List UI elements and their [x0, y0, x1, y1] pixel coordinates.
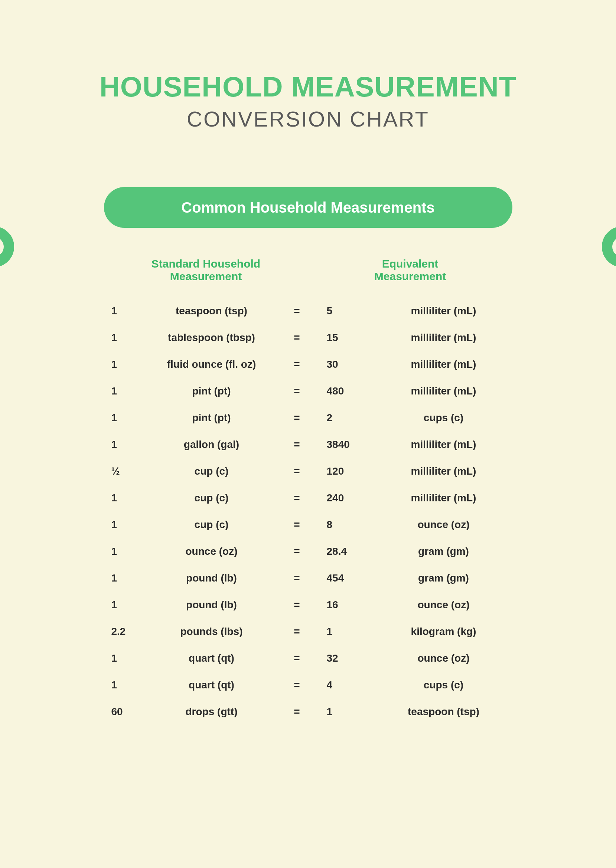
cell-qty-a: 1	[104, 545, 149, 558]
cell-unit-b: gram (gm)	[375, 545, 512, 558]
cell-equals: =	[275, 305, 319, 317]
cell-qty-b: 28.4	[319, 545, 375, 558]
cell-unit-b: gram (gm)	[375, 572, 512, 584]
table-row: 1pound (lb)=454gram (gm)	[104, 565, 512, 592]
cell-qty-a: 2.2	[104, 626, 149, 638]
cell-qty-a: 1	[104, 412, 149, 424]
cell-qty-a: 1	[104, 599, 149, 611]
cell-unit-a: teaspoon (tsp)	[149, 305, 275, 317]
cell-unit-a: cup (c)	[149, 465, 275, 477]
cell-qty-a: 1	[104, 332, 149, 344]
cell-unit-b: milliliter (mL)	[375, 385, 512, 397]
cell-qty-a: 1	[104, 439, 149, 451]
cell-unit-a: pint (pt)	[149, 385, 275, 397]
cell-unit-a: pounds (lbs)	[149, 626, 275, 638]
cell-qty-b: 2	[319, 412, 375, 424]
title-block: HOUSEHOLD MEASUREMENT CONVERSION CHART	[0, 0, 616, 132]
cell-qty-b: 3840	[319, 439, 375, 451]
cell-unit-a: quart (qt)	[149, 679, 275, 691]
cell-qty-a: 1	[104, 359, 149, 370]
cell-unit-a: quart (qt)	[149, 652, 275, 664]
cell-qty-b: 240	[319, 492, 375, 504]
cell-qty-b: 1	[319, 626, 375, 638]
table-row: 1pound (lb)=16ounce (oz)	[104, 592, 512, 618]
cell-qty-a: 1	[104, 305, 149, 317]
cell-qty-b: 4	[319, 679, 375, 691]
cell-unit-a: pound (lb)	[149, 599, 275, 611]
cell-unit-a: tablespoon (tbsp)	[149, 332, 275, 344]
table-row: 1cup (c)=240milliliter (mL)	[104, 485, 512, 511]
conversion-table: 1teaspoon (tsp)=5milliliter (mL)1tablesp…	[104, 298, 512, 725]
table-row: 1cup (c)=8ounce (oz)	[104, 511, 512, 538]
table-row: 1fluid ounce (fl. oz)=30milliliter (mL)	[104, 351, 512, 378]
cell-qty-b: 16	[319, 599, 375, 611]
cell-equals: =	[275, 439, 319, 451]
table-row: 1tablespoon (tbsp)=15milliliter (mL)	[104, 324, 512, 351]
cell-unit-a: pint (pt)	[149, 412, 275, 424]
cell-unit-a: ounce (oz)	[149, 545, 275, 558]
cell-qty-a: 1	[104, 572, 149, 584]
cell-qty-a: 60	[104, 706, 149, 718]
column-header-left: Standard Household Measurement	[104, 257, 308, 283]
cell-qty-a: 1	[104, 652, 149, 664]
cell-qty-a: 1	[104, 385, 149, 397]
table-row: 1ounce (oz)=28.4gram (gm)	[104, 538, 512, 565]
cell-equals: =	[275, 652, 319, 664]
cell-equals: =	[275, 626, 319, 638]
cell-qty-b: 32	[319, 652, 375, 664]
cell-qty-b: 5	[319, 305, 375, 317]
page-title-sub: CONVERSION CHART	[0, 107, 616, 132]
cell-unit-b: cups (c)	[375, 679, 512, 691]
decorative-ring-right	[602, 226, 616, 267]
table-row: 1pint (pt)=2cups (c)	[104, 404, 512, 431]
table-row: ½cup (c)=120milliliter (mL)	[104, 458, 512, 485]
cell-unit-a: cup (c)	[149, 519, 275, 531]
section-pill: Common Household Measurements	[104, 187, 512, 228]
cell-qty-a: 1	[104, 679, 149, 691]
cell-equals: =	[275, 572, 319, 584]
cell-unit-a: cup (c)	[149, 492, 275, 504]
table-row: 1quart (qt)=4cups (c)	[104, 672, 512, 699]
cell-unit-b: ounce (oz)	[375, 519, 512, 531]
table-row: 1pint (pt)=480milliliter (mL)	[104, 378, 512, 404]
cell-qty-b: 120	[319, 465, 375, 477]
cell-equals: =	[275, 385, 319, 397]
cell-unit-a: fluid ounce (fl. oz)	[149, 359, 275, 370]
cell-equals: =	[275, 412, 319, 424]
table-row: 60drops (gtt)=1teaspoon (tsp)	[104, 699, 512, 725]
cell-unit-b: kilogram (kg)	[375, 626, 512, 638]
cell-equals: =	[275, 519, 319, 531]
cell-unit-b: milliliter (mL)	[375, 332, 512, 344]
cell-equals: =	[275, 599, 319, 611]
column-header-right: Equivalent Measurement	[308, 257, 512, 283]
page-title-main: HOUSEHOLD MEASUREMENT	[0, 71, 616, 103]
cell-equals: =	[275, 359, 319, 370]
cell-unit-b: teaspoon (tsp)	[375, 706, 512, 718]
cell-equals: =	[275, 332, 319, 344]
cell-equals: =	[275, 545, 319, 558]
table-row: 1quart (qt)=32ounce (oz)	[104, 645, 512, 672]
cell-qty-b: 480	[319, 385, 375, 397]
column-headers: Standard Household Measurement Equivalen…	[104, 257, 512, 283]
cell-unit-a: drops (gtt)	[149, 706, 275, 718]
cell-qty-b: 1	[319, 706, 375, 718]
cell-unit-b: milliliter (mL)	[375, 492, 512, 504]
cell-unit-a: gallon (gal)	[149, 439, 275, 451]
cell-qty-a: 1	[104, 519, 149, 531]
cell-unit-b: milliliter (mL)	[375, 359, 512, 370]
table-row: 1teaspoon (tsp)=5milliliter (mL)	[104, 298, 512, 324]
cell-qty-b: 15	[319, 332, 375, 344]
cell-unit-b: ounce (oz)	[375, 652, 512, 664]
cell-qty-b: 30	[319, 359, 375, 370]
cell-equals: =	[275, 706, 319, 718]
cell-qty-a: ½	[104, 465, 149, 477]
cell-qty-b: 454	[319, 572, 375, 584]
cell-equals: =	[275, 492, 319, 504]
section-label: Common Household Measurements	[181, 199, 434, 216]
cell-unit-b: milliliter (mL)	[375, 305, 512, 317]
cell-unit-a: pound (lb)	[149, 572, 275, 584]
cell-unit-b: milliliter (mL)	[375, 439, 512, 451]
cell-equals: =	[275, 465, 319, 477]
table-row: 2.2pounds (lbs)=1kilogram (kg)	[104, 618, 512, 645]
cell-unit-b: ounce (oz)	[375, 599, 512, 611]
